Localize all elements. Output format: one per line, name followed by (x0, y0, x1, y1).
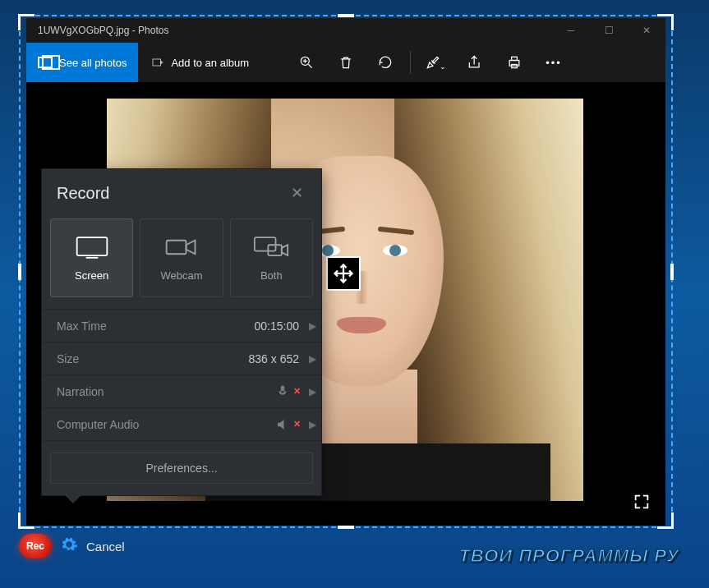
computer-audio-status: ✕ (275, 417, 301, 432)
svg-rect-7 (509, 61, 519, 67)
mode-screen-button[interactable]: Screen (50, 218, 133, 297)
mode-webcam-button[interactable]: Webcam (140, 218, 223, 297)
minimize-button[interactable]: ─ (552, 18, 590, 43)
record-panel-title: Record (57, 184, 109, 203)
microphone-icon (275, 384, 290, 399)
webcam-icon (163, 235, 200, 260)
print-button[interactable] (495, 43, 534, 82)
fullscreen-icon (633, 493, 651, 511)
preferences-button[interactable]: Preferences... (50, 452, 313, 484)
svg-rect-12 (76, 237, 107, 255)
chevron-right-icon: ▶ (309, 386, 316, 397)
preferences-label: Preferences... (145, 462, 217, 475)
disabled-x-icon: ✕ (293, 419, 301, 430)
photos-icon (38, 57, 53, 68)
disabled-x-icon: ✕ (293, 386, 301, 397)
photos-toolbar: See all photos Add to an album ⌄ ••• (26, 43, 665, 82)
chevron-right-icon: ▶ (309, 419, 316, 430)
narration-label: Narration (57, 385, 275, 398)
narration-row[interactable]: Narration ✕ ▶ (42, 375, 321, 408)
album-add-icon (151, 56, 164, 69)
max-time-value: 00:15:00 (255, 319, 300, 333)
mode-webcam-label: Webcam (160, 269, 202, 282)
recorder-settings-button[interactable] (60, 535, 78, 557)
gear-icon (60, 535, 78, 554)
svg-line-4 (309, 65, 312, 68)
fullscreen-button[interactable] (633, 493, 651, 514)
close-window-button[interactable]: ✕ (628, 18, 665, 43)
toolbar-divider (410, 51, 411, 74)
rotate-button[interactable] (366, 43, 405, 82)
rotate-icon (377, 54, 394, 71)
chevron-right-icon: ▶ (309, 320, 316, 332)
both-icon (253, 235, 289, 260)
window-titlebar: 1UWVgXOGbPQ.jpg - Photos ─ ☐ ✕ (26, 18, 665, 43)
record-panel: Record ✕ Screen Webcam Both Max Time 00:… (41, 168, 322, 496)
record-button[interactable]: Rec (19, 534, 52, 558)
mode-both-button[interactable]: Both (230, 218, 313, 297)
edit-button[interactable]: ⌄ (416, 43, 455, 82)
size-row[interactable]: Size 836 x 652 ▶ (42, 342, 321, 375)
mode-both-label: Both (260, 269, 283, 282)
svg-rect-8 (512, 57, 518, 60)
screen-icon (74, 235, 110, 260)
computer-audio-row[interactable]: Computer Audio ✕ ▶ (42, 408, 321, 441)
more-button[interactable]: ••• (534, 43, 573, 82)
edit-icon (425, 54, 441, 71)
move-icon (332, 262, 355, 285)
see-all-photos-button[interactable]: See all photos (26, 43, 138, 82)
share-button[interactable] (455, 43, 495, 82)
record-button-label: Rec (26, 540, 44, 552)
see-all-label: See all photos (59, 57, 127, 69)
move-capture-handle[interactable] (326, 256, 361, 291)
svg-rect-0 (153, 59, 160, 66)
zoom-in-button[interactable] (287, 43, 326, 82)
print-icon (506, 54, 523, 71)
delete-button[interactable] (326, 43, 366, 82)
cancel-label: Cancel (86, 540, 125, 554)
zoom-in-icon (298, 54, 315, 71)
size-label: Size (57, 352, 249, 365)
share-icon (467, 54, 483, 71)
add-to-album-button[interactable]: Add to an album (138, 56, 262, 69)
computer-audio-label: Computer Audio (57, 418, 275, 431)
trash-icon (338, 54, 354, 71)
maximize-button[interactable]: ☐ (590, 18, 628, 43)
window-title: 1UWVgXOGbPQ.jpg - Photos (38, 25, 168, 36)
close-record-panel-button[interactable]: ✕ (288, 181, 306, 205)
chevron-right-icon: ▶ (309, 353, 316, 365)
speaker-icon (275, 417, 290, 432)
more-icon: ••• (546, 57, 562, 69)
max-time-row[interactable]: Max Time 00:15:00 ▶ (42, 310, 321, 342)
narration-status: ✕ (275, 384, 301, 399)
add-album-label: Add to an album (171, 57, 249, 69)
mode-screen-label: Screen (75, 269, 108, 282)
watermark-text: ТВОИ ПРОГРАММЫ РУ (458, 545, 679, 567)
cancel-button[interactable]: Cancel (86, 540, 125, 554)
max-time-label: Max Time (57, 319, 255, 333)
svg-rect-14 (167, 240, 186, 254)
size-value: 836 x 652 (249, 352, 300, 365)
recorder-control-bar: Rec Cancel (19, 532, 125, 560)
